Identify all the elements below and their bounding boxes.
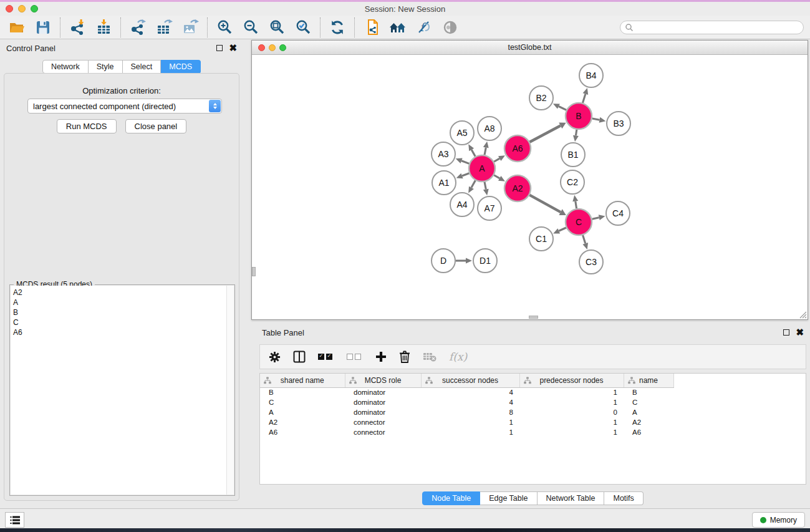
network-window-titlebar[interactable]: testGlobe.txt bbox=[252, 41, 808, 55]
horizontal-scrollbar-thumb[interactable] bbox=[529, 316, 538, 319]
table-cell[interactable]: 0 bbox=[519, 407, 624, 417]
table-cell[interactable]: dominator bbox=[345, 407, 421, 417]
deselect-all-icon[interactable] bbox=[347, 354, 363, 360]
refresh-icon[interactable] bbox=[329, 19, 346, 36]
graph-edge[interactable] bbox=[471, 180, 475, 188]
export-network-icon[interactable] bbox=[129, 19, 147, 36]
column-header-shared-name[interactable]: shared name bbox=[260, 374, 345, 387]
column-header-successor-nodes[interactable]: successor nodes bbox=[421, 374, 519, 387]
task-history-icon[interactable] bbox=[5, 512, 24, 528]
table-cell[interactable]: A2 bbox=[260, 417, 345, 427]
table-cell[interactable]: connector bbox=[345, 417, 421, 427]
table-row[interactable]: Bdominator41B bbox=[260, 387, 673, 397]
table-cell[interactable]: 8 bbox=[421, 407, 519, 417]
table-cell[interactable]: dominator bbox=[345, 387, 421, 397]
graph-edge[interactable] bbox=[494, 175, 499, 178]
mcds-result-list[interactable]: A2ABCA6 bbox=[11, 286, 234, 495]
table-cell[interactable]: A6 bbox=[624, 427, 673, 437]
memory-button[interactable]: Memory bbox=[752, 512, 805, 528]
graph-edge[interactable] bbox=[529, 195, 561, 212]
graph-edge[interactable] bbox=[494, 158, 499, 162]
table-cell[interactable]: 4 bbox=[421, 387, 519, 397]
delete-icon[interactable] bbox=[399, 351, 410, 363]
graph-edge[interactable] bbox=[576, 130, 576, 136]
tab-network-table[interactable]: Network Table bbox=[538, 491, 605, 505]
show-columns-icon[interactable] bbox=[293, 351, 306, 363]
birds-eye-icon[interactable] bbox=[441, 19, 459, 36]
open-folder-icon[interactable] bbox=[8, 19, 26, 36]
table-cell[interactable]: 1 bbox=[519, 397, 624, 407]
criterion-dropdown[interactable]: largest connected component (directed) bbox=[27, 99, 222, 114]
zoom-out-icon[interactable] bbox=[242, 19, 259, 36]
table-cell[interactable]: 1 bbox=[519, 417, 624, 427]
table-cell[interactable]: B bbox=[624, 387, 673, 397]
graph-edge[interactable] bbox=[461, 161, 469, 164]
result-item[interactable]: C bbox=[13, 317, 234, 327]
column-header-MCDS-role[interactable]: MCDS role bbox=[345, 374, 421, 387]
graph-edge[interactable] bbox=[582, 94, 585, 103]
table-cell[interactable]: 1 bbox=[519, 387, 624, 397]
table-cell[interactable]: 4 bbox=[421, 397, 519, 407]
table-row[interactable]: A6connector11A6 bbox=[260, 427, 673, 437]
tab-node-table[interactable]: Node Table bbox=[422, 491, 480, 505]
result-item[interactable]: A2 bbox=[13, 288, 234, 297]
table-cell[interactable]: B bbox=[260, 387, 345, 397]
zoom-in-icon[interactable] bbox=[216, 19, 233, 36]
network-canvas[interactable]: AA1A2A3A4A5A6A7A8BB1B2B3B4CC1C2C3C4DD1 bbox=[252, 55, 808, 319]
tab-edge-table[interactable]: Edge Table bbox=[480, 491, 537, 505]
zoom-selected-icon[interactable] bbox=[294, 19, 312, 36]
hide-details-icon[interactable]: f bbox=[415, 19, 433, 36]
result-item[interactable]: B bbox=[13, 307, 234, 317]
import-network-icon[interactable] bbox=[69, 19, 86, 36]
tab-motifs[interactable]: Motifs bbox=[604, 491, 643, 505]
result-item[interactable]: A bbox=[13, 297, 234, 307]
graph-edge[interactable] bbox=[559, 228, 566, 231]
graph-edge[interactable] bbox=[592, 118, 600, 120]
table-cell[interactable]: 1 bbox=[519, 427, 624, 437]
close-table-panel-icon[interactable]: ✖ bbox=[796, 329, 804, 336]
table-cell[interactable]: A bbox=[260, 407, 345, 417]
export-image-icon[interactable] bbox=[181, 19, 199, 36]
graph[interactable]: AA1A2A3A4A5A6A7A8BB1B2B3B4CC1C2C3C4DD1 bbox=[252, 55, 808, 319]
result-item[interactable]: A6 bbox=[13, 327, 234, 337]
table-cell[interactable]: connector bbox=[345, 427, 421, 437]
table-cell[interactable]: dominator bbox=[345, 397, 421, 407]
graph-edge[interactable] bbox=[485, 182, 486, 190]
tab-style[interactable]: Style bbox=[89, 60, 123, 74]
close-panel-button[interactable]: Close panel bbox=[125, 119, 187, 133]
tab-select[interactable]: Select bbox=[123, 60, 162, 74]
table-settings-gear-icon[interactable] bbox=[269, 351, 281, 363]
graph-edge[interactable] bbox=[592, 218, 599, 220]
select-all-icon[interactable] bbox=[318, 354, 334, 360]
graph-edge[interactable] bbox=[559, 106, 566, 110]
result-scrollbar[interactable] bbox=[226, 286, 234, 495]
import-table-icon[interactable] bbox=[95, 19, 112, 36]
add-icon[interactable] bbox=[375, 351, 387, 362]
table-cell[interactable]: C bbox=[260, 397, 345, 407]
run-mcds-button[interactable]: Run MCDS bbox=[57, 119, 117, 133]
table-row[interactable]: Adominator80A bbox=[260, 407, 673, 417]
network-file-icon[interactable] bbox=[363, 19, 380, 36]
graph-edge[interactable] bbox=[576, 201, 577, 209]
search-input[interactable] bbox=[620, 21, 804, 34]
table-cell[interactable]: A bbox=[624, 407, 673, 417]
column-header-predecessor-nodes[interactable]: predecessor nodes bbox=[519, 374, 624, 387]
close-panel-icon[interactable]: ✖ bbox=[229, 45, 237, 51]
table-cell[interactable]: A2 bbox=[624, 417, 673, 427]
vertical-scrollbar-thumb[interactable] bbox=[252, 267, 256, 276]
table-row[interactable]: A2connector11A2 bbox=[260, 417, 673, 427]
graph-edge[interactable] bbox=[529, 125, 560, 142]
dropdown-stepper-icon[interactable] bbox=[209, 100, 221, 112]
tab-mcds[interactable]: MCDS bbox=[161, 60, 201, 74]
graph-edge[interactable] bbox=[583, 235, 586, 243]
table-cell[interactable]: A6 bbox=[260, 427, 345, 437]
home-icon[interactable] bbox=[389, 19, 407, 36]
resize-grip-icon[interactable] bbox=[799, 311, 807, 319]
table-cell[interactable]: C bbox=[624, 397, 673, 407]
node-table[interactable]: shared nameMCDS rolesuccessor nodesprede… bbox=[259, 373, 806, 485]
float-panel-icon[interactable] bbox=[216, 45, 223, 51]
table-cell[interactable]: 1 bbox=[421, 427, 519, 437]
table-cell[interactable]: 1 bbox=[421, 417, 519, 427]
graph-edge[interactable] bbox=[471, 150, 475, 157]
graph-edge[interactable] bbox=[485, 147, 486, 155]
